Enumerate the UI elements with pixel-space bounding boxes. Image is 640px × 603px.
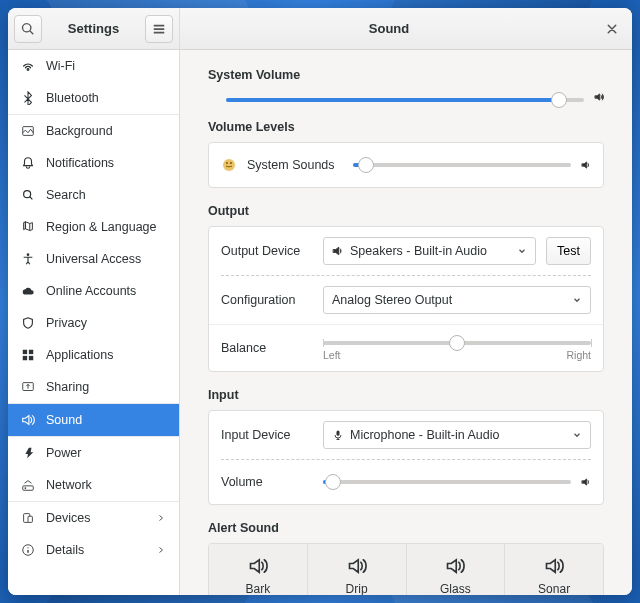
speaker-icon[interactable]: [581, 158, 591, 172]
sidebar-item-privacy[interactable]: Privacy: [8, 307, 179, 339]
sidebar-item-network[interactable]: Network: [8, 469, 179, 501]
sidebar-item-online-accounts[interactable]: Online Accounts: [8, 275, 179, 307]
settings-window: Settings Sound Wi-FiBluetoothBackgroundN…: [8, 8, 632, 595]
alert-sound-drip[interactable]: Drip: [307, 544, 406, 595]
sidebar-item-wi-fi[interactable]: Wi-Fi: [8, 50, 179, 82]
svg-rect-8: [23, 486, 34, 490]
sidebar-item-label: Network: [46, 478, 167, 492]
sidebar-item-devices[interactable]: Devices: [8, 502, 179, 534]
input-device-combo[interactable]: Microphone - Built-in Audio: [323, 421, 591, 449]
region-icon: [20, 220, 36, 234]
volume-levels-section: Volume Levels System Sounds: [208, 120, 604, 188]
input-volume-label: Volume: [221, 475, 313, 489]
output-label: Output: [208, 204, 604, 218]
chevron-right-icon: [157, 546, 167, 554]
sidebar-item-search[interactable]: Search: [8, 179, 179, 211]
speaker-icon[interactable]: [594, 90, 604, 104]
input-section: Input Input Device Microphone - Built-in…: [208, 388, 604, 505]
background-icon: [20, 124, 36, 138]
balance-left-label: Left: [323, 349, 341, 361]
alert-sound-glass[interactable]: Glass: [406, 544, 505, 595]
alert-sound-label: Bark: [246, 582, 271, 595]
apps-icon: [20, 348, 36, 362]
sidebar-item-universal-access[interactable]: Universal Access: [8, 243, 179, 275]
power-icon: [20, 446, 36, 460]
sidebar-item-label: Region & Language: [46, 220, 167, 234]
sidebar-item-bluetooth[interactable]: Bluetooth: [8, 82, 179, 114]
system-sounds-slider[interactable]: [353, 163, 571, 167]
svg-rect-11: [28, 516, 32, 522]
sidebar-item-label: Privacy: [46, 316, 167, 330]
sidebar-item-label: Background: [46, 124, 167, 138]
speaker-icon: [248, 556, 268, 576]
sidebar-item-applications[interactable]: Applications: [8, 339, 179, 371]
system-volume-section: System Volume: [208, 68, 604, 104]
privacy-icon: [20, 316, 36, 330]
details-icon: [20, 543, 36, 557]
sound-icon: [20, 413, 36, 427]
sidebar-item-details[interactable]: Details: [8, 534, 179, 566]
network-icon: [20, 478, 36, 492]
alert-sound-label: Drip: [346, 582, 368, 595]
alert-sound-sonar[interactable]: Sonar: [504, 544, 603, 595]
alert-sound-label: Sonar: [538, 582, 570, 595]
sidebar-item-label: Universal Access: [46, 252, 167, 266]
sidebar-item-label: Power: [46, 446, 167, 460]
header-right: Sound: [180, 8, 632, 49]
svg-point-15: [230, 162, 232, 164]
microphone-icon: [332, 429, 344, 441]
speaker-icon: [332, 245, 344, 257]
sidebar-item-region-language[interactable]: Region & Language: [8, 211, 179, 243]
sidebar-item-label: Sound: [46, 413, 167, 427]
sidebar-item-sound[interactable]: Sound: [8, 404, 179, 436]
sidebar-item-sharing[interactable]: Sharing: [8, 371, 179, 403]
svg-point-2: [27, 253, 30, 256]
sidebar-item-label: Sharing: [46, 380, 167, 394]
output-section: Output Output Device Speakers - Built-in…: [208, 204, 604, 372]
header-bar: Settings Sound: [8, 8, 632, 50]
test-button[interactable]: Test: [546, 237, 591, 265]
alert-sound-bark[interactable]: Bark: [209, 544, 307, 595]
balance-slider[interactable]: [323, 341, 591, 345]
svg-rect-16: [337, 431, 340, 436]
accessibility-icon: [20, 252, 36, 266]
sidebar-item-power[interactable]: Power: [8, 437, 179, 469]
svg-rect-4: [29, 350, 33, 354]
output-device-combo[interactable]: Speakers - Built-in Audio: [323, 237, 536, 265]
sidebar-item-background[interactable]: Background: [8, 115, 179, 147]
chevron-down-icon: [572, 430, 582, 440]
speaker-icon[interactable]: [581, 475, 591, 489]
svg-rect-6: [29, 356, 33, 360]
search-button[interactable]: [14, 15, 42, 43]
system-sounds-icon: [221, 157, 237, 173]
sharing-icon: [20, 380, 36, 394]
alert-sound-label: Glass: [440, 582, 471, 595]
svg-point-1: [24, 191, 31, 198]
system-sounds-row: System Sounds: [209, 143, 603, 187]
svg-rect-3: [23, 350, 27, 354]
speaker-icon: [347, 556, 367, 576]
alert-sound-section: Alert Sound BarkDripGlassSonar: [208, 521, 604, 595]
speaker-icon: [544, 556, 564, 576]
devices-icon: [20, 511, 36, 525]
alert-sound-label: Alert Sound: [208, 521, 604, 535]
menu-button[interactable]: [145, 15, 173, 43]
sidebar-item-label: Notifications: [46, 156, 167, 170]
chevron-right-icon: [157, 514, 167, 522]
sidebar-title: Settings: [48, 21, 139, 36]
cloud-icon: [20, 284, 36, 298]
input-device-value: Microphone - Built-in Audio: [350, 428, 499, 442]
close-button[interactable]: [598, 15, 626, 43]
chevron-down-icon: [572, 295, 582, 305]
input-volume-slider[interactable]: [323, 480, 571, 484]
sidebar-item-notifications[interactable]: Notifications: [8, 147, 179, 179]
input-device-label: Input Device: [221, 428, 313, 442]
balance-label: Balance: [221, 341, 313, 355]
svg-point-9: [25, 487, 27, 489]
system-volume-slider[interactable]: [226, 98, 584, 102]
sidebar-item-label: Details: [46, 543, 147, 557]
sidebar-item-label: Online Accounts: [46, 284, 167, 298]
sidebar-item-label: Search: [46, 188, 167, 202]
balance-right-label: Right: [566, 349, 591, 361]
configuration-combo[interactable]: Analog Stereo Output: [323, 286, 591, 314]
